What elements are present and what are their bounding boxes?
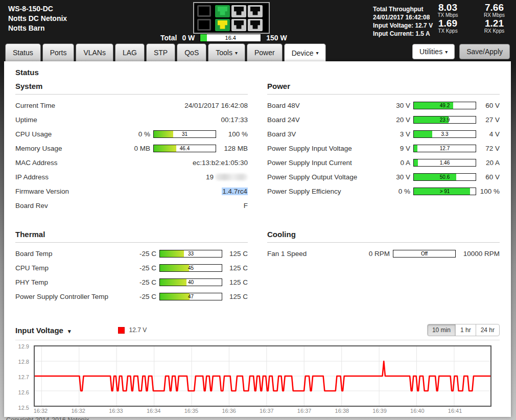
- x-tick-label: 16:32: [71, 408, 85, 414]
- rj45-jack-icon: [234, 7, 244, 15]
- tab-tools[interactable]: Tools▾: [208, 43, 245, 61]
- meter-value: 1.46: [414, 159, 476, 166]
- stat-tx-mbps: 8.03 TX Mbps: [428, 3, 467, 18]
- throughput-title: Total Throughput: [373, 5, 433, 13]
- meter-value: 12.7: [414, 145, 476, 152]
- tab-status[interactable]: Status: [5, 43, 41, 61]
- ip-partial: 19: [206, 173, 214, 181]
- stat-value: 1.21: [475, 18, 514, 29]
- tab-lag[interactable]: LAG: [115, 43, 145, 61]
- meter-min: 3 V: [390, 130, 410, 138]
- firmware-version-highlighted: 1.4.7rc4: [222, 188, 248, 195]
- cooling-panel-title: Cooling: [267, 230, 500, 243]
- row-ps-input-current: Power Supply Input Current 0 A 1.46 20 A: [267, 155, 500, 170]
- stat-value: 8.03: [428, 3, 467, 13]
- thermal-panel-title: Thermal: [15, 230, 248, 243]
- meter-max: 60 V: [479, 102, 500, 109]
- y-tick-label: 12.7: [18, 374, 29, 380]
- row-value: ec:13:b2:e1:05:30: [193, 159, 248, 167]
- throughput-stats: 8.03 TX Mbps 7.66 RX Mbps 1.69 TX Kpps 1…: [428, 3, 514, 34]
- header-buttons: Utilities▾ Save/Apply: [412, 44, 510, 59]
- range-10min-button[interactable]: 10 min: [427, 324, 456, 336]
- ps-efficiency-meter: > 91: [413, 188, 476, 195]
- y-tick-label: 12.8: [18, 359, 29, 365]
- meter-max: 27 V: [479, 116, 500, 124]
- row-label: Power Supply Controller Temp: [15, 293, 134, 300]
- utilities-button[interactable]: Utilities▾: [412, 44, 455, 59]
- stat-label: RX Mbps: [475, 13, 514, 18]
- meter-max: 125 C: [225, 293, 248, 300]
- row-label: Current Time: [15, 102, 184, 109]
- x-tick-label: 16:37: [297, 408, 312, 414]
- meter-max: 20 A: [479, 159, 500, 167]
- voltage-line-chart: [35, 346, 490, 406]
- range-24hr-button[interactable]: 24 hr: [476, 324, 500, 336]
- row-label: Uptime: [15, 116, 221, 124]
- meter-max: 60 V: [479, 173, 500, 181]
- range-1hr-button[interactable]: 1 hr: [455, 324, 476, 336]
- board-48v-meter: 49.2: [413, 102, 476, 109]
- rj45-port-group: [215, 5, 263, 31]
- row-label: Board Temp: [15, 250, 134, 258]
- system-panel-title: System: [15, 82, 248, 95]
- device-identity: WS-8-150-DC Notts DC Netonix Notts Barn: [8, 4, 67, 33]
- total-power-min: 0 W: [182, 34, 195, 42]
- x-tick-label: 16:36: [222, 408, 236, 414]
- copyright-text: Copyright 2014-2016 Netonix: [6, 416, 89, 420]
- main-tab-bar: Status Ports VLANs LAG STP QoS Tools▾ Po…: [5, 43, 326, 62]
- caret-down-icon: ▾: [235, 50, 238, 56]
- row-value: 00:17:33: [221, 116, 248, 124]
- meter-value: > 91: [414, 188, 476, 195]
- row-label: Fan 1 Speed: [267, 250, 361, 258]
- row-label: Power Supply Input Voltage: [267, 145, 390, 152]
- meter-value: 50.6: [414, 174, 476, 180]
- meter-min: 20 V: [390, 116, 410, 124]
- y-tick-label: 12.9: [18, 343, 29, 349]
- power-panel-title: Power: [267, 82, 500, 95]
- content-panel: Status System Current Time 24/01/2017 16…: [4, 61, 511, 417]
- x-tick-label: 16:39: [372, 408, 387, 414]
- row-label: IP Address: [15, 173, 206, 181]
- tab-device[interactable]: Device▾: [284, 43, 326, 62]
- meter-min: 30 V: [390, 173, 410, 181]
- sfp-port-group: [197, 5, 211, 31]
- page-title: Status: [15, 68, 500, 77]
- x-tick-label: 16:35: [184, 408, 199, 414]
- row-label: Board 24V: [267, 116, 390, 124]
- row-ps-output-voltage: Power Supply Output Voltage 30 V 50.6 60…: [267, 170, 500, 184]
- tab-qos[interactable]: QoS: [177, 43, 206, 61]
- tab-power[interactable]: Power: [247, 43, 283, 61]
- memory-usage-meter: 46.4: [153, 145, 216, 152]
- row-uptime: Uptime 00:17:33: [15, 112, 248, 127]
- rj45-port-4: [231, 19, 246, 31]
- chart-title-dropdown[interactable]: Input Voltage ▾: [15, 326, 71, 335]
- meter-value: 23.9: [414, 116, 476, 123]
- voltage-plot: [34, 345, 491, 407]
- time-range-buttons: 10 min 1 hr 24 hr: [427, 324, 500, 336]
- save-apply-button[interactable]: Save/Apply: [459, 44, 510, 59]
- header-input-voltage: Input Voltage: 12.7 V: [373, 21, 433, 30]
- tab-vlans[interactable]: VLANs: [76, 43, 113, 61]
- tab-stp[interactable]: STP: [146, 43, 175, 61]
- total-power-meter: 16.4: [200, 34, 261, 42]
- meter-min: -25 C: [134, 278, 156, 286]
- total-power-label: Total: [160, 34, 177, 42]
- row-label: Power Supply Input Current: [267, 159, 390, 167]
- voltage-line: [35, 361, 490, 391]
- row-current-time: Current Time 24/01/2017 16:42:08: [15, 98, 248, 112]
- stat-value: 1.69: [428, 18, 467, 29]
- x-tick-label: 16:34: [147, 408, 161, 414]
- meter-value: 49.2: [414, 102, 476, 109]
- header-input-current: Input Current: 1.5 A: [373, 30, 433, 38]
- rj45-jack-icon: [218, 7, 227, 15]
- board-3v-meter: 3.3: [413, 130, 476, 138]
- cpu-usage-meter: 31: [153, 130, 216, 138]
- row-label: Memory Usage: [15, 145, 122, 152]
- row-ps-controller-temp: Power Supply Controller Temp -25 C 47 12…: [15, 289, 248, 304]
- meter-min: -25 C: [134, 293, 156, 300]
- x-tick-label: 16:37: [260, 408, 274, 414]
- tab-ports[interactable]: Ports: [42, 43, 75, 61]
- row-fan1-speed: Fan 1 Speed 0 RPM Off 10000 RPM: [267, 246, 500, 261]
- row-label: Board 3V: [267, 130, 390, 138]
- fan1-speed-meter: Off: [393, 250, 456, 258]
